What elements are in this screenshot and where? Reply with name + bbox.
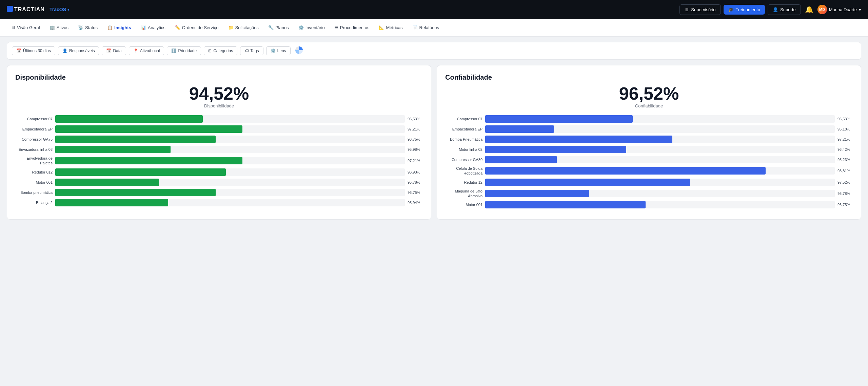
charts-row: Disponibilidade 94,52% Disponibilidade C… bbox=[7, 65, 861, 220]
tab-inventario[interactable]: ⚙️ Inventário bbox=[294, 23, 329, 32]
filter-data-label: Data bbox=[113, 48, 121, 53]
filter-responsaveis[interactable]: 👤 Responsáveis bbox=[58, 46, 99, 55]
filter-ativo-local[interactable]: 📍 Ativo/Local bbox=[129, 46, 164, 55]
disponibilidade-title: Disponibilidade bbox=[15, 74, 423, 81]
bar-fill bbox=[55, 146, 171, 153]
settings-icon: ⚙️ bbox=[271, 48, 276, 53]
tab-relatorios-label: Relatórios bbox=[419, 25, 439, 30]
bar-value: 95,78% bbox=[408, 180, 423, 184]
bar-track bbox=[55, 125, 405, 133]
chart-filter-icon[interactable] bbox=[295, 46, 303, 56]
bar-fill bbox=[485, 156, 557, 163]
disponibilidade-bar-chart: Compressor 0796,53%Empacotadora EP97,21%… bbox=[15, 115, 423, 206]
filter-periodo[interactable]: 📅 Últimos 30 dias bbox=[12, 46, 55, 55]
avatar: MD bbox=[817, 5, 827, 14]
tab-status[interactable]: 📡 Status bbox=[74, 23, 102, 32]
filter-categorias[interactable]: ⊞ Categorias bbox=[204, 46, 237, 55]
status-icon: 📡 bbox=[78, 25, 83, 30]
tab-insights-label: Insights bbox=[114, 25, 131, 30]
tab-ordens-label: Ordens de Serviço bbox=[182, 25, 219, 30]
confiabilidade-subtitle: Confiabilidade bbox=[445, 103, 853, 108]
bar-row: Empacotadora EP95,18% bbox=[445, 125, 853, 133]
filter-tags-label: Tags bbox=[250, 48, 259, 53]
filter-tags[interactable]: 🏷 Tags bbox=[240, 46, 263, 55]
bar-track bbox=[55, 199, 405, 206]
tab-visao-geral-label: Visão Geral bbox=[17, 25, 40, 30]
second-navigation: 🖥 Visão Geral 🏢 Ativos 📡 Status 📋 Insigh… bbox=[0, 19, 868, 37]
bar-track bbox=[485, 179, 835, 186]
bar-label: Compressor 07 bbox=[15, 117, 53, 121]
bar-fill bbox=[55, 125, 242, 133]
tab-solicitacoes-label: Solicitações bbox=[235, 25, 259, 30]
filter-prioridade[interactable]: ℹ️ Prioridade bbox=[167, 46, 201, 55]
bar-row: Compressor GA8095,23% bbox=[445, 156, 853, 163]
logo-area: TRACTIAN bbox=[7, 4, 44, 15]
supervisorio-button[interactable]: 🖥 Supervisório bbox=[679, 4, 721, 15]
calendar-icon: 📅 bbox=[16, 48, 21, 53]
treinamento-button[interactable]: 🎓 Treinamento bbox=[724, 5, 765, 15]
disponibilidade-card: Disponibilidade 94,52% Disponibilidade C… bbox=[7, 65, 431, 220]
bar-label: Redutor 012 bbox=[15, 170, 53, 175]
inventario-icon: ⚙️ bbox=[298, 25, 304, 30]
tab-ativos-label: Ativos bbox=[57, 25, 68, 30]
planos-icon: 🔧 bbox=[268, 25, 274, 30]
filter-prioridade-label: Prioridade bbox=[178, 48, 197, 53]
logo: TRACTIAN bbox=[7, 4, 44, 15]
bar-value: 97,21% bbox=[408, 159, 423, 163]
bar-fill bbox=[55, 199, 168, 206]
bar-label: Célula de Solda Robotizada bbox=[445, 166, 482, 176]
bar-row: Redutor 01296,93% bbox=[15, 168, 423, 176]
treinamento-label: Treinamento bbox=[736, 7, 761, 12]
ordens-icon: ✏️ bbox=[175, 25, 180, 30]
grid-icon: ⊞ bbox=[208, 48, 212, 53]
bar-value: 96,53% bbox=[408, 117, 423, 121]
tab-ativos[interactable]: 🏢 Ativos bbox=[45, 23, 73, 32]
tracos-button[interactable]: TracOS ▾ bbox=[50, 7, 69, 12]
app-name-label: TracOS bbox=[50, 7, 66, 12]
info-icon: ℹ️ bbox=[171, 48, 176, 53]
tag-icon: 🏷 bbox=[244, 48, 249, 53]
top-navigation: TRACTIAN TracOS ▾ 🖥 Supervisório 🎓 Trein… bbox=[0, 0, 868, 19]
bar-track bbox=[55, 115, 405, 123]
filter-itens-label: Itens bbox=[277, 48, 286, 53]
user-menu-button[interactable]: MD Marina Duarte ▾ bbox=[817, 5, 861, 14]
procedimentos-icon: ☰ bbox=[334, 25, 338, 30]
tab-planos[interactable]: 🔧 Planos bbox=[264, 23, 293, 32]
suporte-button[interactable]: 👤 Suporte bbox=[768, 4, 801, 15]
tab-metricas[interactable]: 📐 Métricas bbox=[375, 23, 407, 32]
bar-row: Bomba Pneumática97,21% bbox=[445, 136, 853, 143]
date-icon: 📅 bbox=[106, 48, 111, 53]
supervisorio-icon: 🖥 bbox=[685, 7, 689, 12]
bar-track bbox=[485, 190, 835, 197]
bar-track bbox=[55, 189, 405, 196]
bar-fill bbox=[485, 125, 554, 133]
bar-label: Redutor 12 bbox=[445, 180, 482, 185]
tab-procedimentos[interactable]: ☰ Procedimentos bbox=[330, 23, 374, 32]
bar-track bbox=[485, 146, 835, 153]
tab-solicitacoes[interactable]: 📁 Solicitações bbox=[224, 23, 263, 32]
bar-value: 97,21% bbox=[408, 127, 423, 131]
filter-data[interactable]: 📅 Data bbox=[102, 46, 126, 55]
bar-fill bbox=[55, 136, 216, 143]
bar-fill bbox=[485, 115, 633, 123]
notifications-button[interactable]: 🔔 bbox=[804, 4, 815, 15]
tab-status-label: Status bbox=[85, 25, 98, 30]
suporte-icon: 👤 bbox=[773, 7, 778, 12]
tab-planos-label: Planos bbox=[275, 25, 289, 30]
tab-insights[interactable]: 📋 Insights bbox=[103, 23, 135, 32]
bar-label: Envazadora linha 03 bbox=[15, 147, 53, 152]
bar-row: Motor linha 0296,42% bbox=[445, 146, 853, 153]
bar-row: Bomba pneumática96,75% bbox=[15, 189, 423, 196]
tab-analytics[interactable]: 📊 Analytics bbox=[137, 23, 170, 32]
bar-fill bbox=[55, 168, 226, 176]
bar-label: Balança 2 bbox=[15, 200, 53, 205]
tab-relatorios[interactable]: 📄 Relatórios bbox=[408, 23, 443, 32]
confiabilidade-title: Confiabilidade bbox=[445, 74, 853, 81]
solicitacoes-icon: 📁 bbox=[228, 25, 234, 30]
filter-itens[interactable]: ⚙️ Itens bbox=[266, 46, 291, 55]
bar-fill bbox=[485, 146, 626, 153]
bar-value: 96,75% bbox=[408, 190, 423, 195]
confiabilidade-bar-chart: Compressor 0796,53%Empacotadora EP95,18%… bbox=[445, 115, 853, 208]
tab-visao-geral[interactable]: 🖥 Visão Geral bbox=[7, 23, 44, 32]
tab-ordens[interactable]: ✏️ Ordens de Serviço bbox=[171, 23, 223, 32]
